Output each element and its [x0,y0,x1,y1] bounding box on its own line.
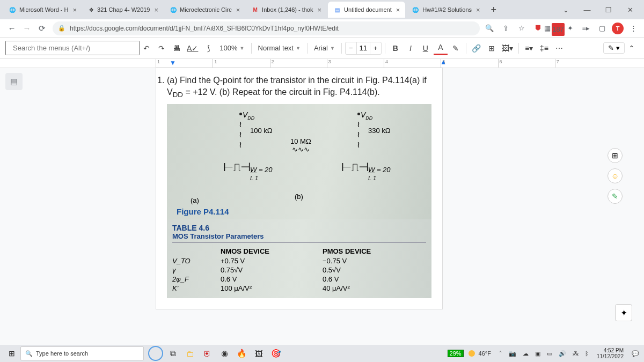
bluetooth-icon[interactable]: ᛒ [583,350,590,357]
mcafee-icon[interactable]: ⛨ [200,346,215,361]
horizontal-ruler[interactable]: 1 1 2 3 4 5 6 7 ▼ ▼ [0,59,644,68]
indent-marker-right[interactable]: ▼ [440,59,447,67]
tab-micro[interactable]: 🌐Microelectronic Circ× [165,2,245,18]
maximize-icon[interactable]: ❐ [598,0,619,19]
suggest-button[interactable]: ✎ [608,189,623,204]
back-button[interactable]: ← [4,21,19,36]
ruler-tick: 1 [213,59,269,68]
zoom-dropdown[interactable]: 100%▼ [216,44,247,52]
redo-button[interactable]: ↷ [155,41,169,55]
close-icon[interactable]: × [154,6,158,14]
task-view-icon[interactable]: ⧉ [165,346,180,361]
cortana-icon[interactable] [148,346,163,361]
tab-inbox[interactable]: MInbox (1,246) - thok× [246,2,327,18]
close-icon[interactable]: × [72,6,77,14]
sun-icon [469,350,475,357]
align-button[interactable]: ≡▾ [522,41,536,55]
chevron-down-icon[interactable]: ⌄ [555,0,576,19]
undo-button[interactable]: ↶ [140,41,153,55]
problem-number: 1. [157,75,164,86]
highlight-button[interactable]: ✎ [449,41,463,55]
notifications-icon[interactable]: 💬 [630,350,641,357]
clock[interactable]: 4:52 PM 11/12/2022 [594,348,627,359]
battery-icon[interactable]: ▭ [545,350,554,357]
explore-button[interactable]: ✦ [615,304,632,321]
document-page[interactable]: 1. (a) Find the Q-point for the transist… [156,68,443,309]
app2-icon[interactable]: 🎯 [268,346,283,361]
reload-button[interactable]: ⟳ [34,21,49,36]
collapse-toolbar-button[interactable]: ⌃ [625,41,639,55]
close-icon[interactable]: × [236,6,240,14]
new-tab-button[interactable]: + [487,3,501,17]
tab-word[interactable]: 🌐Microsoft Word - H× [3,2,82,18]
puzzle-icon[interactable]: ✦ [564,22,576,35]
explorer-icon[interactable]: 🗀 [182,346,197,361]
cast-icon[interactable]: ▣ [533,350,542,357]
pmos-2phif: 0.6 V [323,275,425,284]
more-button[interactable]: ⋯ [552,41,566,55]
tab-label: Inbox (1,246) - thok [262,6,313,13]
url-input[interactable]: 🔒 https://docs.google.com/document/d/1jj… [53,21,480,35]
battery-percent[interactable]: 29% [448,350,464,357]
photos-icon[interactable]: 🖼 [251,346,266,361]
weather-widget[interactable]: 46°F [467,350,494,357]
outline-button[interactable]: ▤ [5,73,23,90]
reading-list-icon[interactable]: ≡▸ [580,22,592,35]
font-dropdown[interactable]: Arial▼ [311,44,338,52]
tab-chap4[interactable]: ✥321 Chap 4- W2019× [83,2,164,18]
indent-marker-left[interactable]: ▼ [170,59,176,67]
close-icon[interactable]: × [317,6,321,14]
add-comment-button[interactable]: ⊞ [608,148,623,163]
volume-icon[interactable]: 🔊 [557,350,568,357]
kebab-menu-icon[interactable]: ⋮ [627,22,640,35]
tab-hw[interactable]: 🌐Hw#1/#2 Solutions× [406,2,485,18]
text-color-button[interactable]: A [434,41,448,55]
col-nmos: NMOS DEVICE [221,246,323,256]
comment-button[interactable]: ⊞ [485,41,499,55]
font-size-stepper[interactable]: − + [345,42,382,55]
ext-187-icon[interactable]: ▦187 [547,22,560,35]
square-icon[interactable]: ▢ [596,22,609,35]
share-icon[interactable]: ⇪ [499,22,512,35]
figure-caption: Figure P4.114 [177,207,229,216]
taskbar-search[interactable]: 🔍 Type here to search [20,346,144,360]
minimize-icon[interactable]: — [576,0,598,19]
onedrive-icon[interactable]: ☁ [521,350,530,357]
tab-untitled[interactable]: ▤Untitled document× [328,2,405,18]
decrease-font-button[interactable]: − [346,44,356,52]
camera-icon[interactable]: 📷 [507,350,518,357]
underline-button[interactable]: U [419,41,433,55]
link-button[interactable]: 🔗 [470,41,484,55]
start-button[interactable]: ⊞ [3,346,20,361]
param-gamma: γ [172,265,221,275]
font-size-input[interactable] [356,42,370,54]
print-button[interactable]: 🖶 [170,41,184,55]
table-image[interactable]: TABLE 4.6 MOS Transistor Parameters NMOS… [167,219,431,298]
line-spacing-button[interactable]: ‡≡ [537,41,551,55]
image-button[interactable]: 🖼▾ [500,41,515,55]
figure-image[interactable]: VDD ≀≀≀ 100 kΩ ⊢⎍⊣ W = 20L 1 10 MΩ∿∿∿ VD… [167,104,431,219]
search-icon[interactable]: 🔍 [483,22,496,35]
chrome-icon[interactable]: ◉ [217,346,232,361]
star-icon[interactable]: ☆ [515,22,528,35]
app-icon[interactable]: 🔥 [234,346,249,361]
bold-button[interactable]: B [389,41,402,55]
spellcheck-button[interactable]: A✓ [185,41,200,55]
hotspot-icon[interactable]: ⁂ [571,350,580,357]
italic-button[interactable]: I [404,41,418,55]
paint-format-button[interactable]: ⟆ [201,41,215,55]
emoji-button[interactable]: ☺ [608,168,623,183]
profile-avatar[interactable]: T [612,23,624,34]
style-dropdown[interactable]: Normal text▼ [255,44,304,52]
forward-button[interactable]: → [19,21,34,36]
close-icon[interactable]: × [396,6,400,14]
increase-font-button[interactable]: + [370,44,381,52]
tray-chevron-icon[interactable]: ˄ [497,350,504,357]
node-icon [239,113,242,115]
window-close-icon[interactable]: ✕ [619,0,641,19]
search-menus-input[interactable] [5,41,140,55]
editing-mode-button[interactable]: ✎ ▾ [603,42,625,54]
shield-icon[interactable]: ⛊ [531,22,544,35]
tab-label: Untitled document [344,6,392,13]
close-icon[interactable]: × [476,6,480,14]
